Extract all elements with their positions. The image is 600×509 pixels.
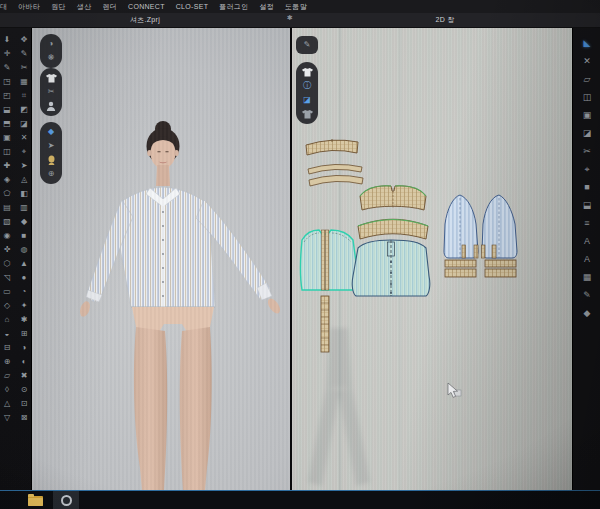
dart-tool[interactable]: ■ bbox=[573, 178, 600, 196]
tab-settings-icon[interactable]: ✱ bbox=[287, 14, 293, 22]
misc-tool[interactable]: ◆ bbox=[573, 304, 600, 322]
tool-icon[interactable]: ● bbox=[18, 272, 30, 284]
piece-back-yoke-upper[interactable] bbox=[360, 186, 426, 210]
tool-icon[interactable]: ✛ bbox=[1, 48, 13, 60]
tool-icon[interactable]: ◈ bbox=[1, 174, 13, 186]
tool-icon[interactable]: ⌗ bbox=[18, 90, 30, 102]
viewport-2d[interactable]: ✎ ⓘ ◪ bbox=[292, 28, 572, 490]
tool-icon[interactable]: △ bbox=[1, 398, 13, 410]
tool-icon[interactable]: ✱ bbox=[18, 314, 30, 326]
pose-icon[interactable]: ➤ bbox=[44, 140, 58, 152]
piece-sleeve-right[interactable] bbox=[482, 195, 517, 258]
viewport-3d[interactable]: ◑ ❋ ✂ ◆ ➤ ⊕ bbox=[32, 28, 290, 490]
show-sewing-2d-icon[interactable] bbox=[300, 108, 314, 120]
show-avatar-icon[interactable] bbox=[44, 100, 58, 112]
polygon-tool[interactable]: ▣ bbox=[573, 106, 600, 124]
pattern-info-icon[interactable]: ⓘ bbox=[300, 80, 314, 92]
piece-front-body[interactable] bbox=[301, 230, 358, 290]
menu-item[interactable]: 설정 bbox=[259, 2, 274, 12]
tool-icon[interactable]: ▤ bbox=[1, 202, 13, 214]
menu-item[interactable]: 생산 bbox=[77, 2, 92, 12]
tool-icon[interactable]: ▥ bbox=[18, 202, 30, 214]
tool-icon[interactable]: ◩ bbox=[18, 104, 30, 116]
tool-icon[interactable]: ⊕ bbox=[1, 356, 13, 368]
tool-icon[interactable]: ✜ bbox=[1, 244, 13, 256]
grid-tool[interactable]: ▦ bbox=[573, 268, 600, 286]
tool-icon[interactable]: ✚ bbox=[1, 160, 13, 172]
pattern-canvas[interactable] bbox=[292, 28, 572, 490]
tool-icon[interactable]: ◧ bbox=[18, 188, 30, 200]
taskbar-file-explorer[interactable] bbox=[0, 491, 43, 509]
add-point-tool[interactable]: ◫ bbox=[573, 88, 600, 106]
tool-icon[interactable]: ◔ bbox=[18, 286, 30, 298]
menu-item[interactable]: 대 bbox=[0, 2, 7, 12]
tool-icon[interactable]: ✥ bbox=[18, 34, 30, 46]
avatar-3d[interactable] bbox=[32, 28, 290, 490]
tool-icon[interactable]: ◬ bbox=[18, 174, 30, 186]
piece-cuff-left[interactable] bbox=[445, 260, 476, 277]
menu-item[interactable]: 원단 bbox=[51, 2, 66, 12]
tool-icon[interactable]: ⊙ bbox=[18, 384, 30, 396]
piece-front-placket-strip[interactable] bbox=[321, 296, 329, 352]
tool-icon[interactable]: ◰ bbox=[1, 90, 13, 102]
tool-icon[interactable]: ⬒ bbox=[1, 118, 13, 130]
tool-icon[interactable]: ■ bbox=[18, 230, 30, 242]
taskbar-clo-app[interactable] bbox=[53, 491, 79, 509]
tool-icon[interactable]: ✖ bbox=[18, 370, 30, 382]
tool-icon[interactable]: ➤ bbox=[18, 160, 30, 172]
tool-icon[interactable]: ◑ bbox=[18, 342, 30, 354]
environment-globe-icon[interactable]: ⊕ bbox=[44, 168, 58, 180]
trace-tool[interactable]: ⬓ bbox=[573, 196, 600, 214]
scene-effect-icon[interactable]: ❋ bbox=[44, 52, 58, 64]
tool-icon[interactable]: ◆ bbox=[18, 216, 30, 228]
transform-pattern-tool[interactable]: ◣ bbox=[573, 34, 600, 52]
text-tool[interactable]: A bbox=[573, 232, 600, 250]
tab-2d-window[interactable]: 2D 창 bbox=[290, 13, 600, 27]
tool-icon[interactable]: ◍ bbox=[18, 244, 30, 256]
tool-icon[interactable]: ⊟ bbox=[1, 342, 13, 354]
grading-text-tool[interactable]: A bbox=[573, 250, 600, 268]
tool-icon[interactable]: ▱ bbox=[1, 370, 13, 382]
tool-icon[interactable]: ⬇ bbox=[1, 34, 13, 46]
tool-icon[interactable]: ⊠ bbox=[18, 412, 30, 424]
tool-icon[interactable]: ▲ bbox=[18, 258, 30, 270]
piece-cuff-right[interactable] bbox=[485, 260, 516, 277]
piece-back-body[interactable] bbox=[352, 240, 430, 296]
tool-icon[interactable]: ◫ bbox=[1, 146, 13, 158]
menu-item[interactable]: 렌더 bbox=[102, 2, 117, 12]
tool-icon[interactable]: ⊡ bbox=[18, 398, 30, 410]
menu-item[interactable]: 아바타 bbox=[18, 2, 40, 12]
tool-icon[interactable]: ◉ bbox=[1, 230, 13, 242]
tool-icon[interactable]: ◪ bbox=[18, 118, 30, 130]
seam-allowance-tool[interactable]: ≡ bbox=[573, 214, 600, 232]
tool-icon[interactable]: ◳ bbox=[1, 76, 13, 88]
tool-icon[interactable]: ◹ bbox=[1, 272, 13, 284]
tab-project[interactable]: 셔츠.Zprj bbox=[0, 13, 290, 27]
piece-collar-upper[interactable] bbox=[308, 164, 362, 174]
tool-icon[interactable]: ⬠ bbox=[1, 188, 13, 200]
fabric-texture-icon[interactable]: ◆ bbox=[44, 126, 58, 138]
menu-item[interactable]: CLO-SET bbox=[176, 3, 208, 10]
tool-icon[interactable]: ⊞ bbox=[18, 328, 30, 340]
menu-item[interactable]: CONNECT bbox=[128, 3, 165, 10]
menu-item[interactable]: 도움말 bbox=[285, 2, 307, 12]
tool-icon[interactable]: ▦ bbox=[18, 76, 30, 88]
tool-icon[interactable]: ⌖ bbox=[18, 146, 30, 158]
show-texture-icon[interactable]: ◪ bbox=[300, 94, 314, 106]
piece-collar-under[interactable] bbox=[309, 175, 363, 186]
tool-icon[interactable]: ▽ bbox=[1, 412, 13, 424]
tool-icon[interactable]: ⌂ bbox=[1, 314, 13, 326]
rectangle-tool[interactable]: ◪ bbox=[573, 124, 600, 142]
cut-sew-tool[interactable]: ✂ bbox=[573, 142, 600, 160]
view2d-pen-button[interactable]: ✎ bbox=[296, 36, 318, 54]
tool-icon[interactable]: ▭ bbox=[1, 286, 13, 298]
tool-icon[interactable]: ▧ bbox=[1, 216, 13, 228]
show-garment-icon[interactable] bbox=[44, 72, 58, 84]
edit-pattern-tool[interactable]: ✕ bbox=[573, 52, 600, 70]
render-style-icon[interactable]: ◑ bbox=[44, 38, 58, 50]
piece-back-yoke-lower[interactable] bbox=[358, 219, 428, 239]
show-sewing-icon[interactable]: ✂ bbox=[44, 86, 58, 98]
pen-2d-tool[interactable]: ✎ bbox=[573, 286, 600, 304]
tool-icon[interactable]: ✕ bbox=[18, 132, 30, 144]
piece-sleeve-left[interactable] bbox=[444, 195, 478, 258]
